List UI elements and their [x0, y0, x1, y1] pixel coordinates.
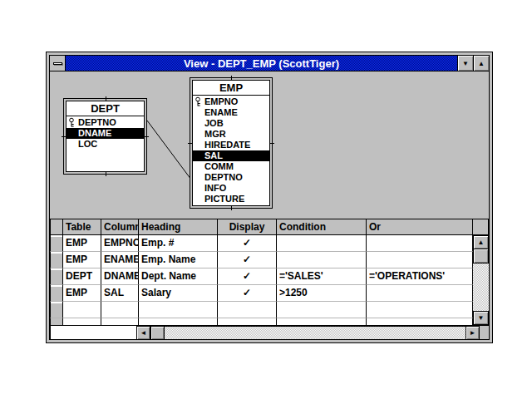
cell-or[interactable]: [367, 252, 473, 268]
system-menu-button[interactable]: [50, 56, 66, 71]
horizontal-scroll-thumb[interactable]: [150, 326, 165, 339]
cell-table[interactable]: EMP: [63, 235, 101, 252]
cell-table[interactable]: EMP: [63, 252, 101, 268]
field-sal[interactable]: SAL: [193, 150, 269, 161]
cell-condition[interactable]: [277, 252, 367, 268]
cell-column[interactable]: SAL: [101, 285, 139, 302]
title-bar[interactable]: View - DEPT_EMP (ScottTiger) ▼ ▲: [50, 56, 489, 71]
cell-or[interactable]: [367, 302, 473, 318]
cell-or[interactable]: ='OPERATIONS': [367, 268, 473, 285]
col-header-display[interactable]: Display: [218, 219, 277, 235]
cell-column[interactable]: DNAME: [101, 268, 139, 285]
entity-dept-title[interactable]: DEPT: [66, 101, 144, 116]
field-label: DEPTNO: [204, 172, 243, 182]
cell-heading[interactable]: Emp. #: [139, 235, 218, 252]
cell-condition[interactable]: [277, 235, 367, 252]
scroll-right-button[interactable]: ►: [466, 326, 480, 339]
cell-heading[interactable]: [139, 302, 218, 318]
grid-row-1: EMP EMPNO Emp. # ✓: [50, 235, 473, 252]
cell-or[interactable]: [367, 235, 473, 252]
cell-table[interactable]: DEPT: [63, 268, 101, 285]
selection-handle: [145, 136, 149, 137]
cell-display-check[interactable]: ✓: [218, 235, 277, 252]
scroll-down-button[interactable]: ▼: [473, 311, 489, 325]
cell-column[interactable]: [101, 302, 139, 318]
field-job[interactable]: JOB: [193, 118, 269, 129]
cell-table[interactable]: [63, 302, 101, 318]
col-header-heading[interactable]: Heading: [139, 219, 218, 235]
cell-heading[interactable]: Dept. Name: [139, 268, 218, 285]
cell-condition[interactable]: [277, 302, 367, 318]
cell-heading[interactable]: Salary: [139, 285, 218, 302]
scroll-down-icon: ▼: [478, 314, 485, 322]
field-label: SAL: [204, 150, 223, 160]
field-label: JOB: [204, 118, 224, 128]
field-label: LOC: [78, 139, 97, 149]
entity-dept[interactable]: DEPT DEPTNO DNAME LOC: [63, 98, 147, 175]
key-icon: [68, 117, 76, 128]
window-title[interactable]: View - DEPT_EMP (ScottTiger): [66, 56, 457, 71]
maximize-button[interactable]: ▲: [473, 56, 489, 71]
col-header-table[interactable]: Table: [63, 219, 101, 235]
field-label: DEPTNO: [78, 117, 116, 127]
minimize-button[interactable]: ▼: [457, 56, 473, 71]
horizontal-scroll-track[interactable]: [165, 326, 466, 339]
field-mgr[interactable]: MGR: [193, 129, 269, 140]
vertical-scroll-thumb[interactable]: [473, 249, 489, 264]
col-header-condition[interactable]: Condition: [277, 219, 367, 235]
vertical-scroll-track[interactable]: [473, 264, 489, 311]
cell-or[interactable]: [367, 285, 473, 302]
selection-handle: [62, 136, 66, 137]
scrollbar-corner: [480, 326, 489, 339]
maximize-icon: ▲: [478, 60, 485, 67]
row-selector[interactable]: [50, 252, 63, 268]
scroll-up-button[interactable]: ▲: [473, 235, 489, 249]
field-dname[interactable]: DNAME: [66, 128, 144, 139]
scroll-up-icon: ▲: [478, 239, 485, 246]
cell-column[interactable]: EMPNO: [101, 235, 139, 252]
cell-column: [101, 318, 139, 325]
query-grid-table: Table Column Heading Display Condition O…: [50, 219, 473, 325]
vertical-scrollbar[interactable]: ▲ ▼: [473, 219, 489, 325]
scroll-right-icon: ►: [470, 329, 476, 337]
entity-emp[interactable]: EMP EMPNO ENAME JOB MGR HIREDATE SAL: [190, 77, 273, 209]
scrollbar-header-corner: [473, 219, 489, 235]
field-ename[interactable]: ENAME: [193, 107, 269, 118]
entity-emp-title[interactable]: EMP: [193, 81, 269, 96]
cell-heading[interactable]: Emp. Name: [139, 252, 218, 268]
cell-condition[interactable]: >1250: [277, 285, 367, 302]
cell-condition[interactable]: ='SALES': [277, 268, 367, 285]
row-selector[interactable]: [50, 235, 63, 252]
col-header-or[interactable]: Or: [367, 219, 473, 235]
grid-row-5: [50, 302, 473, 318]
field-info[interactable]: INFO: [193, 183, 269, 194]
field-label: MGR: [204, 129, 226, 139]
grid-row-3: DEPT DNAME Dept. Name ✓ ='SALES' ='OPERA…: [50, 268, 473, 285]
field-deptno-emp[interactable]: DEPTNO: [193, 172, 269, 183]
field-label: EMPNO: [204, 96, 238, 106]
field-deptno[interactable]: DEPTNO: [66, 117, 144, 128]
row-selector[interactable]: [50, 268, 63, 285]
field-hiredate[interactable]: HIREDATE: [193, 140, 269, 150]
row-selector[interactable]: [50, 285, 63, 302]
entity-emp-body: EMP EMPNO ENAME JOB MGR HIREDATE SAL: [192, 80, 270, 206]
field-picture[interactable]: PICTURE: [193, 194, 269, 204]
grid-header-row: Table Column Heading Display Condition O…: [50, 219, 473, 235]
cell-heading: [139, 318, 218, 325]
field-label: ENAME: [204, 107, 238, 117]
cell-column[interactable]: ENAME: [101, 252, 139, 268]
col-header-column[interactable]: Column: [101, 219, 139, 235]
cell-display-check[interactable]: [218, 302, 277, 318]
field-empno[interactable]: EMPNO: [193, 96, 269, 107]
cell-display-check: [218, 318, 277, 325]
cell-display-check[interactable]: ✓: [218, 285, 277, 302]
grid-row-partial: [50, 318, 473, 325]
cell-table[interactable]: EMP: [63, 285, 101, 302]
scroll-left-button[interactable]: ◄: [136, 326, 150, 339]
grid-bottom-bar: ◄ ►: [50, 325, 489, 339]
field-loc[interactable]: LOC: [66, 139, 144, 150]
cell-display-check[interactable]: ✓: [218, 252, 277, 268]
cell-display-check[interactable]: ✓: [218, 268, 277, 285]
row-selector[interactable]: [50, 302, 63, 318]
field-comm[interactable]: COMM: [193, 161, 269, 172]
